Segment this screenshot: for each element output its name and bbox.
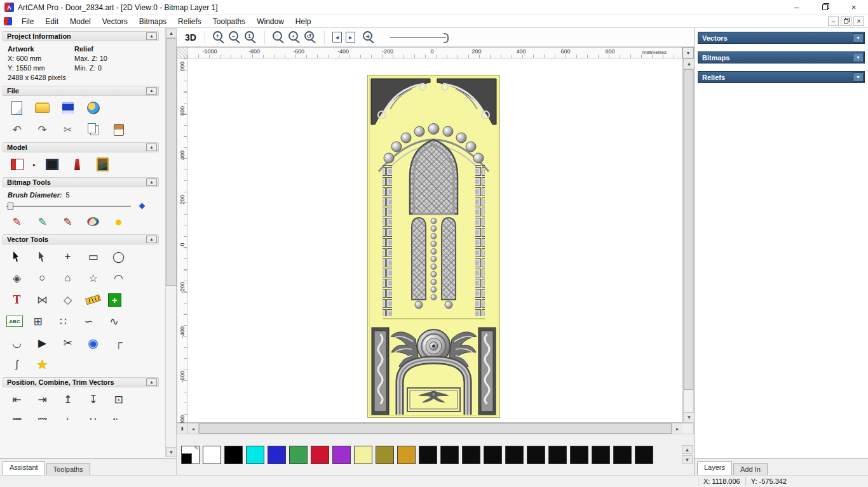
menu-vectors[interactable]: Vectors <box>97 16 133 27</box>
measure-tool-icon[interactable] <box>83 291 104 309</box>
slider-track[interactable] <box>6 206 131 207</box>
create-rectangle-icon[interactable]: ▭ <box>83 248 104 265</box>
palette-swatch-11[interactable] <box>419 446 437 464</box>
wrap-text-abc-icon[interactable]: ABC <box>6 316 23 327</box>
menu-reliefs[interactable]: Reliefs <box>172 16 207 27</box>
scrollbar-thumb[interactable] <box>684 69 693 390</box>
save-model-icon[interactable] <box>57 99 78 117</box>
scrollbar-thumb[interactable] <box>166 38 177 286</box>
center-in-page-icon[interactable]: ⊡ <box>108 390 129 408</box>
flood-fill-icon[interactable]: ● <box>108 213 129 230</box>
block-paste-icon[interactable]: + <box>108 293 121 307</box>
brush-diameter-slider[interactable] <box>0 200 161 211</box>
collapse-project-info-button[interactable]: ▲ <box>146 32 157 40</box>
subtract-vectors-icon[interactable]: ▧ <box>32 412 53 420</box>
restore-button[interactable] <box>811 0 839 15</box>
vector-doctor-icon[interactable]: ▶ <box>32 334 53 352</box>
offset-vectors-icon[interactable]: ◇ <box>57 291 78 309</box>
child-minimize-button[interactable]: – <box>828 17 839 26</box>
line-width-slider[interactable] <box>390 37 446 38</box>
align-bottom-edges-icon[interactable]: ↧ <box>83 390 104 408</box>
new-model-icon[interactable] <box>6 99 27 117</box>
align-right-edges-icon[interactable]: ⇥ <box>32 390 53 408</box>
tab-layers[interactable]: Layers <box>697 461 732 475</box>
tab-toolpaths[interactable]: Toolpaths <box>46 463 90 476</box>
create-ellipse-icon[interactable]: ◯ <box>108 248 129 265</box>
palette-swatch-17[interactable] <box>548 446 567 464</box>
zoom-fit-icon[interactable]: ▫ <box>273 31 282 41</box>
view-3d-button[interactable]: 3D <box>182 31 200 44</box>
scroll-up-icon[interactable]: ▲ <box>684 59 695 69</box>
join-vectors-icon[interactable]: ◡ <box>6 334 27 352</box>
collapse-model-button[interactable]: ▲ <box>146 143 157 151</box>
undo-icon[interactable]: ↶ <box>6 121 27 138</box>
zoom-1to1-icon[interactable]: 1 <box>245 31 254 41</box>
palette-swatch-3[interactable] <box>246 446 264 464</box>
export-model-icon[interactable] <box>83 99 104 117</box>
previous-bitmap-layer-icon[interactable]: ◂ <box>332 32 342 43</box>
set-model-size-icon[interactable] <box>6 156 27 173</box>
bitmaps-section-bar[interactable]: Bitmaps ▼ <box>698 51 865 63</box>
palette-swatch-4[interactable] <box>268 446 286 464</box>
paste-grid-icon[interactable]: ⊞ <box>27 312 48 330</box>
palette-swatch-18[interactable] <box>570 446 588 464</box>
copy-icon[interactable] <box>83 121 104 138</box>
palette-scroll-down-icon[interactable]: ▼ <box>682 455 693 464</box>
paste-along-curve-icon[interactable]: ∷ <box>53 312 74 330</box>
assistant-scrollbar[interactable]: ▲ ▼ <box>165 28 176 457</box>
nesting-icon[interactable]: Nes <box>108 412 129 420</box>
scroll-down-icon[interactable]: ▼ <box>684 412 695 422</box>
document-icon[interactable] <box>4 17 12 25</box>
cut-icon[interactable]: ✂ <box>57 121 78 138</box>
trim-vectors-icon[interactable]: ✂ <box>57 334 78 352</box>
menu-file[interactable]: File <box>16 16 39 27</box>
zoom-last-icon[interactable]: ↺ <box>304 31 314 41</box>
create-circle-icon[interactable]: ○ <box>32 269 53 287</box>
scroll-down-icon[interactable]: ▼ <box>166 447 177 457</box>
model-flyout-arrow-icon[interactable]: ▸ <box>32 156 37 173</box>
weld-vectors-icon[interactable]: ▦ <box>6 412 27 420</box>
scroll-right-icon[interactable]: ▸ <box>672 424 682 434</box>
collapse-file-button[interactable]: ▲ <box>146 87 157 95</box>
create-polyline-icon[interactable]: ◈ <box>6 269 27 287</box>
tab-add-in[interactable]: Add In <box>733 463 768 476</box>
zoom-in-icon[interactable]: + <box>213 31 222 41</box>
colour-palette-icon[interactable] <box>83 213 104 230</box>
section-profile-icon[interactable]: ∫ <box>6 356 27 373</box>
slider-thumb[interactable] <box>8 203 13 210</box>
open-model-icon[interactable] <box>32 99 53 117</box>
palette-swatch-10[interactable] <box>397 446 416 464</box>
interactive-distortion-icon[interactable]: ◉ <box>83 334 104 352</box>
align-left-edges-icon[interactable]: ⇤ <box>6 390 27 408</box>
paint-all-icon[interactable]: ✎ <box>32 213 53 230</box>
palette-swatch-12[interactable] <box>440 446 459 464</box>
scroll-up-icon[interactable]: ▲ <box>166 28 177 38</box>
slice-vectors-icon[interactable]: ∴ <box>57 412 78 420</box>
fillet-corner-icon[interactable]: ┌ <box>108 334 129 352</box>
collapse-bitmap-tools-button[interactable]: ▲ <box>146 178 157 186</box>
palette-scroll-up-icon[interactable]: ▲ <box>682 445 693 454</box>
align-top-edges-icon[interactable]: ↥ <box>57 390 78 408</box>
canvas-vertical-scrollbar[interactable]: ▲ ▼ <box>683 58 694 423</box>
palette-swatch-2[interactable] <box>224 446 243 464</box>
collapse-pct-button[interactable]: ▲ <box>146 378 157 386</box>
drawing-canvas[interactable] <box>187 58 683 423</box>
scroll-left-icon[interactable]: ◂ <box>188 424 199 434</box>
model-lighthouse-icon[interactable] <box>67 156 88 173</box>
canvas-horizontal-scrollbar[interactable]: ▮ ◂ ▸ <box>177 423 694 434</box>
create-star-icon[interactable]: ☆ <box>83 269 104 287</box>
palette-swatch-16[interactable] <box>527 446 545 464</box>
scrollbar-thumb[interactable] <box>199 424 672 434</box>
node-editing-icon[interactable] <box>32 248 53 265</box>
zoom-out-icon[interactable]: − <box>229 31 238 41</box>
vectors-section-bar[interactable]: Vectors ▼ <box>698 32 865 44</box>
menu-toolpaths[interactable]: Toolpaths <box>207 16 251 27</box>
select-vectors-icon[interactable] <box>6 248 27 265</box>
menu-window[interactable]: Window <box>251 16 290 27</box>
create-text-icon[interactable]: T <box>6 291 27 309</box>
palette-swatch-6[interactable] <box>311 446 329 464</box>
collapse-vector-tools-button[interactable]: ▲ <box>146 236 157 243</box>
adjust-model-icon[interactable] <box>41 156 62 173</box>
redo-icon[interactable]: ↷ <box>32 121 53 138</box>
load-bitmap-icon[interactable] <box>92 156 113 173</box>
